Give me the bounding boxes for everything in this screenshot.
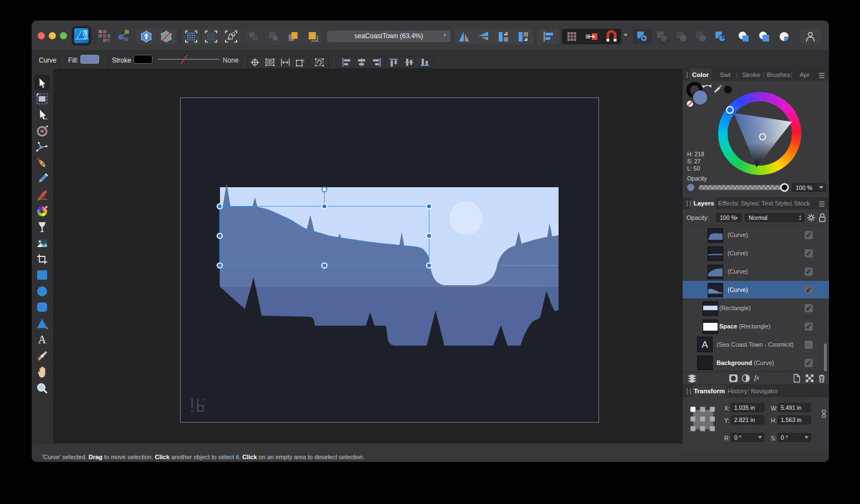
svg-text:W:: W: bbox=[771, 405, 778, 412]
svg-text:100 %: 100 % bbox=[796, 184, 812, 191]
svg-text:Opacity: Opacity bbox=[687, 175, 707, 182]
svg-text:H: 218: H: 218 bbox=[687, 151, 704, 157]
svg-text:X:: X: bbox=[724, 405, 730, 412]
svg-text:0 °: 0 ° bbox=[734, 434, 741, 441]
svg-text:L: 50: L: 50 bbox=[687, 165, 700, 172]
svg-text:Y:: Y: bbox=[724, 417, 729, 424]
svg-text:R:: R: bbox=[724, 435, 730, 441]
svg-text:2.821 in: 2.821 in bbox=[734, 416, 755, 423]
svg-text:S: 27: S: 27 bbox=[687, 158, 701, 164]
svg-text:A: A bbox=[38, 333, 47, 346]
svg-text:S:: S: bbox=[771, 435, 776, 441]
svg-text:1.563 in: 1.563 in bbox=[781, 416, 802, 423]
svg-text:0 °: 0 ° bbox=[781, 434, 788, 441]
svg-text:H:: H: bbox=[771, 417, 777, 424]
svg-text:5.491 in: 5.491 in bbox=[781, 404, 802, 411]
svg-text:1.035 in: 1.035 in bbox=[734, 404, 755, 411]
